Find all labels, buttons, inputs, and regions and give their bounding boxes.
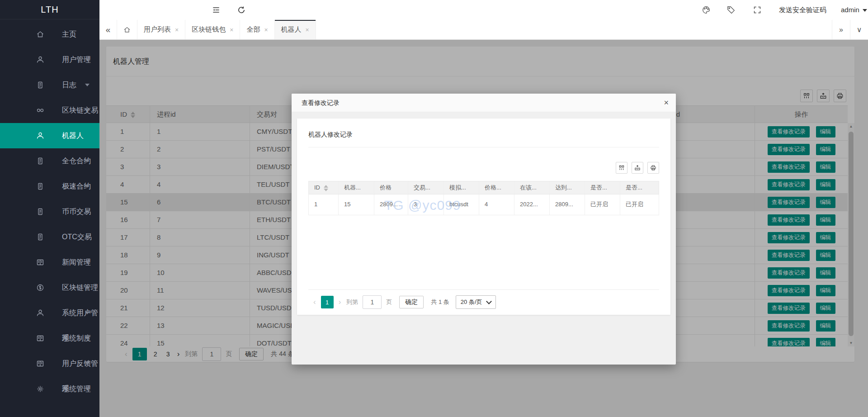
sidebar-item-news-mgmt[interactable]: 新闻管理 — [0, 250, 99, 275]
close-icon[interactable]: × — [264, 26, 268, 33]
print-icon[interactable] — [647, 162, 659, 174]
modal-pagination: ‹ 1 › 到第 页 确定 共 1 条 20 条/页 — [311, 293, 496, 311]
user-icon — [36, 56, 44, 64]
file-icon — [36, 233, 44, 241]
tabs-scroll-right-button[interactable]: » — [832, 20, 850, 39]
sidebar-item-blockchain-trade[interactable]: 区块链交易 — [0, 98, 99, 123]
modal-table-row: 1 15 2809... 3 btcusdt 4 2022... 2809...… — [308, 194, 659, 215]
home-icon — [36, 30, 44, 38]
fullscreen-icon[interactable] — [753, 5, 762, 14]
column-header: 机器... — [339, 181, 374, 194]
cell: 2809... — [550, 194, 585, 215]
column-header: 价格... — [479, 181, 514, 194]
export-icon[interactable] — [632, 162, 643, 174]
sidebar-item-robots[interactable]: 机器人 — [0, 123, 99, 148]
double-chevron-right-icon: » — [839, 26, 843, 34]
close-icon[interactable]: × — [230, 26, 233, 33]
close-icon[interactable]: × — [306, 26, 309, 33]
total-count-label: 共 1 条 — [431, 298, 449, 306]
page-1-button[interactable]: 1 — [321, 296, 334, 308]
chevron-down-icon — [85, 109, 90, 112]
tab-home[interactable] — [117, 20, 137, 39]
file-icon — [36, 182, 44, 190]
sidebar-item-home[interactable]: 主页 — [0, 22, 99, 47]
divider — [308, 147, 659, 147]
modal-section-title: 机器人修改记录 — [308, 131, 353, 139]
tab-user-list[interactable]: 用户列表 × — [137, 20, 185, 39]
close-icon[interactable]: × — [175, 26, 179, 33]
page-size-value: 20 条/页 — [461, 298, 482, 306]
sidebar-item-system-mgmt[interactable]: 系统管理 — [0, 376, 99, 402]
news-icon — [36, 360, 44, 368]
cell: 2022... — [514, 194, 550, 215]
chevron-down-icon: ∨ — [857, 25, 862, 34]
confirm-button[interactable]: 确定 — [399, 296, 424, 308]
sidebar-item-logs[interactable]: 日志 — [0, 72, 99, 98]
admin-user-menu[interactable]: admin — [841, 0, 867, 20]
close-icon[interactable]: × — [664, 94, 669, 112]
file-icon — [36, 157, 44, 165]
sidebar-item-label: 区块链交易 — [62, 106, 98, 114]
page-jump-input[interactable] — [363, 295, 382, 309]
dollar-circle-icon — [36, 284, 44, 292]
sidebar-item-system-users[interactable]: 系统用户管理 — [0, 300, 99, 326]
chevron-down-icon — [85, 58, 90, 61]
page-unit-label: 页 — [386, 298, 392, 306]
news-icon — [36, 334, 44, 342]
columns-toggle-icon[interactable] — [616, 162, 627, 174]
column-header[interactable]: ID — [309, 181, 339, 194]
jump-label: 到第 — [346, 298, 358, 306]
tab-blockchain-wallet[interactable]: 区块链钱包 × — [185, 20, 240, 39]
sidebar-item-full-contract[interactable]: 全仓合约 — [0, 148, 99, 174]
theme-palette-icon[interactable] — [702, 5, 711, 14]
sidebar-item-otc-trade[interactable]: OTC交易 — [0, 224, 99, 250]
chevron-down-icon — [85, 84, 90, 86]
column-header: 交易... — [408, 181, 444, 194]
tab-label: 用户列表 — [144, 25, 171, 34]
home-icon — [123, 26, 131, 33]
top-navbar: 发送安全验证码 admin — [99, 0, 868, 20]
tabs-scroll-left-button[interactable]: « — [99, 20, 117, 39]
sidebar-item-fast-contract[interactable]: 极速合约 — [0, 174, 99, 199]
chevron-down-icon — [85, 261, 90, 264]
tabs-menu-button[interactable]: ∨ — [850, 20, 868, 39]
column-header: 价格 — [374, 181, 408, 194]
sort-icon[interactable] — [324, 185, 328, 191]
sidebar: LTH 主页 用户管理 日志 区块链交易 机器人 全仓合约 — [0, 0, 99, 417]
prev-page-icon[interactable]: ‹ — [311, 298, 319, 307]
sidebar-item-user-mgmt[interactable]: 用户管理 — [0, 47, 99, 72]
collapse-sidebar-icon[interactable] — [212, 5, 221, 14]
refresh-icon[interactable] — [237, 5, 246, 14]
cell: 2809... — [374, 194, 408, 215]
user-icon — [36, 309, 44, 317]
send-security-code-button[interactable]: 发送安全验证码 — [779, 0, 826, 20]
chevron-down-icon — [85, 236, 90, 238]
tab-bar: « 用户列表 × 区块链钱包 × 全部 × 机器人 × » ∨ — [99, 20, 868, 40]
modal-table-header-row: ID 机器... 价格 交易... 模拟... 价格... 在该... 达到..… — [308, 181, 659, 194]
chevron-down-icon — [486, 299, 492, 304]
file-icon — [36, 208, 44, 216]
modal-table-toolbar — [616, 162, 659, 174]
sidebar-item-label: 区块链管理 — [62, 284, 98, 291]
cell: 已开启 — [585, 194, 620, 215]
sidebar-item-system-rules[interactable]: 系统制度 — [0, 326, 99, 351]
view-records-modal: 查看修改记录 × 机器人修改记录 ID 机器... 价格 交易... 模拟...… — [292, 94, 676, 365]
page-size-select[interactable]: 20 条/页 — [456, 295, 496, 309]
tab-all[interactable]: 全部 × — [240, 20, 274, 39]
double-chevron-left-icon: « — [106, 25, 111, 35]
tab-label: 机器人 — [281, 25, 302, 34]
tag-icon[interactable] — [726, 5, 736, 14]
sidebar-item-blockchain-mgmt[interactable]: 区块链管理 — [0, 275, 99, 300]
brand-logo: LTH — [0, 0, 99, 19]
cell: 3 — [408, 194, 444, 215]
tab-robots[interactable]: 机器人 × — [275, 20, 316, 39]
chevron-down-icon — [85, 210, 90, 213]
chevron-down-icon — [85, 286, 90, 289]
sidebar-item-spot-trade[interactable]: 币币交易 — [0, 199, 99, 224]
sidebar-item-label: 日志 — [62, 81, 76, 89]
tab-label: 全部 — [246, 25, 260, 34]
column-header: 在该... — [514, 181, 550, 194]
next-page-icon[interactable]: › — [336, 298, 344, 307]
tabbar-right-controls: » ∨ — [832, 20, 868, 39]
sidebar-item-feedback-mgmt[interactable]: 用户反馈管理 — [0, 351, 99, 376]
